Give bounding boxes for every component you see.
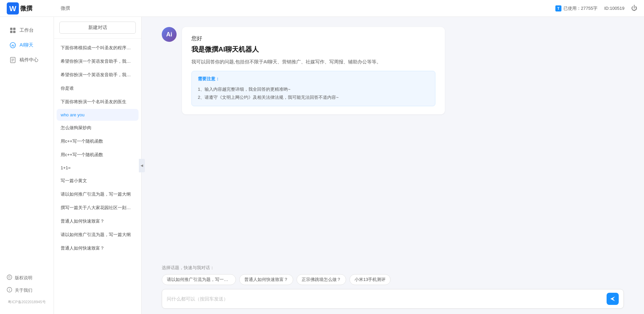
- conversation-panel: 新建对话 下面你将模拟成一个叫圣友的程序员，我说...希望你扮演一个英语发音助手…: [54, 17, 142, 314]
- main-layout: 工作台 AI AI聊天 稿件中心 © 版权说明 i: [0, 17, 644, 314]
- topbar-right: T 已使用：27755字 ID:100519 ⏻: [555, 5, 637, 12]
- svg-rect-5: [13, 31, 16, 33]
- quick-prompt-button[interactable]: 正宗佛跳墙怎么做？: [297, 274, 346, 285]
- sidebar-bottom: © 版权说明 i 关于我们 粤ICP备2022018945号: [0, 272, 54, 307]
- svg-text:©: ©: [8, 276, 11, 279]
- workbench-label: 工作台: [20, 27, 34, 33]
- id-label: ID:100519: [604, 6, 624, 11]
- conversation-list: 下面你将模拟成一个叫圣友的程序员，我说...希望你扮演一个英语发音助手，我提供给…: [54, 39, 141, 314]
- conversation-item[interactable]: who are you: [57, 109, 139, 121]
- sidebar-item-workbench[interactable]: 工作台: [3, 24, 51, 37]
- about-label: 关于我们: [15, 287, 32, 293]
- conversation-item[interactable]: 用c++写一个随机函数: [57, 135, 139, 148]
- conversation-item[interactable]: 希望你扮演一个英语发音助手，我提供给你...: [57, 68, 139, 81]
- icp-text: 粤ICP备2022018945号: [3, 297, 51, 307]
- page-title: 微撰: [61, 5, 70, 11]
- usage-label: 已使用：27755字: [563, 5, 597, 11]
- welcome-content: 您好 我是微撰AI聊天机器人 我可以回答你的问题,包括但不限于AI聊天、营销推广…: [182, 27, 445, 114]
- sidebar-item-ai-chat[interactable]: AI AI聊天: [3, 38, 51, 52]
- input-area: [162, 289, 624, 309]
- svg-text:i: i: [9, 288, 10, 292]
- chat-area: Ai 您好 我是微撰AI聊天机器人 我可以回答你的问题,包括但不限于AI聊天、营…: [142, 17, 644, 314]
- welcome-card: Ai 您好 我是微撰AI聊天机器人 我可以回答你的问题,包括但不限于AI聊天、营…: [162, 27, 624, 114]
- welcome-desc: 我可以回答你的问题,包括但不限于AI聊天、营销推广、社媒写作、写周报、辅助办公等…: [191, 58, 435, 65]
- send-icon: [610, 296, 616, 302]
- conv-panel-header: 新建对话: [54, 17, 141, 39]
- sidebar-wrapper: 新建对话 下面你将模拟成一个叫圣友的程序员，我说...希望你扮演一个英语发音助手…: [54, 17, 142, 314]
- usage-info: T 已使用：27755字: [555, 5, 597, 11]
- quick-prompt-button[interactable]: 普通人如何快速致富？: [239, 274, 293, 285]
- collapse-sidebar-button[interactable]: ◀: [139, 159, 145, 172]
- conversation-item[interactable]: 下面你将扮演一个名叫圣友的医生: [57, 95, 139, 108]
- drafts-icon: [9, 57, 16, 63]
- topbar: W 微撰 微撰 T 已使用：27755字 ID:100519 ⏻: [0, 0, 644, 17]
- notice-item-1: 1、输入内容越完整详细，我全回答的更精准哟~: [198, 85, 429, 93]
- chat-bottom: 选择话题，快速与我对话： 请以如何推广引流为题，写一篇...普通人如何快速致富？…: [142, 261, 644, 314]
- conversation-item[interactable]: 写一篇小黄文: [57, 174, 139, 187]
- drafts-label: 稿件中心: [20, 57, 38, 63]
- quick-prompts-label: 选择话题，快速与我对话：: [162, 265, 624, 271]
- svg-text:W: W: [9, 4, 17, 13]
- send-button[interactable]: [607, 293, 619, 305]
- conversation-item[interactable]: 用c++写一个随机函数: [57, 148, 139, 161]
- conversation-item[interactable]: 怎么做狗屎炒肉: [57, 121, 139, 134]
- conversation-item[interactable]: 下面你将模拟成一个叫圣友的程序员，我说...: [57, 41, 139, 54]
- sidebar-copyright[interactable]: © 版权说明: [3, 272, 51, 284]
- ai-chat-label: AI聊天: [20, 42, 33, 48]
- logo-text: 微撰: [20, 4, 32, 12]
- chat-messages: Ai 您好 我是微撰AI聊天机器人 我可以回答你的问题,包括但不限于AI聊天、营…: [142, 17, 644, 261]
- quick-prompts: 请以如何推广引流为题，写一篇...普通人如何快速致富？正宗佛跳墙怎么做？小米13…: [162, 274, 624, 285]
- quick-prompt-button[interactable]: 小米13手机测评: [349, 274, 391, 285]
- conversation-item[interactable]: 请以如何推广引流为题，写一篇大纲: [57, 228, 139, 241]
- new-conversation-button[interactable]: 新建对话: [59, 22, 136, 34]
- svg-text:AI: AI: [11, 44, 14, 47]
- usage-icon: T: [555, 5, 561, 11]
- collapse-icon: ◀: [141, 164, 143, 167]
- sidebar-about[interactable]: i 关于我们: [3, 284, 51, 296]
- svg-rect-3: [13, 28, 16, 30]
- notice-box: 需要注意： 1、输入内容越完整详细，我全回答的更精准哟~ 2、请遵守《文明上网公…: [191, 71, 435, 106]
- copyright-label: 版权说明: [15, 275, 32, 281]
- left-sidebar: 工作台 AI AI聊天 稿件中心 © 版权说明 i: [0, 17, 54, 314]
- conversation-item[interactable]: 你是谁: [57, 82, 139, 95]
- logout-button[interactable]: ⏻: [631, 5, 637, 12]
- copyright-icon: ©: [7, 275, 12, 281]
- svg-rect-2: [10, 28, 12, 30]
- welcome-title: 我是微撰AI聊天机器人: [191, 45, 435, 54]
- logo: W 微撰: [7, 2, 32, 15]
- logo-icon: W: [7, 2, 19, 15]
- conversation-item[interactable]: 希望你扮演一个英语发音助手，我提供给你...: [57, 55, 139, 68]
- sidebar-item-drafts[interactable]: 稿件中心: [3, 53, 51, 67]
- welcome-greeting: 您好: [191, 35, 435, 42]
- notice-title: 需要注意：: [198, 76, 429, 82]
- workbench-icon: [9, 27, 16, 34]
- ai-avatar: Ai: [162, 27, 177, 42]
- about-icon: i: [7, 287, 12, 293]
- chat-input[interactable]: [167, 295, 603, 303]
- notice-item-2: 2、请遵守《文明上网公约》及相关法律法规，我可能无法回答不道内容~: [198, 93, 429, 101]
- conversation-item[interactable]: 普通人如何快速致富？: [57, 242, 139, 255]
- ai-chat-icon: AI: [9, 42, 16, 49]
- conversation-item[interactable]: 请以如何推广引流为题，写一篇大纲: [57, 188, 139, 201]
- conversation-item[interactable]: 普通人如何快速致富？: [57, 215, 139, 228]
- svg-rect-4: [10, 31, 12, 33]
- quick-prompt-button[interactable]: 请以如何推广引流为题，写一篇...: [162, 274, 236, 285]
- conversation-item[interactable]: 撰写一篇关于八大家花园社区一刻钟便民生...: [57, 201, 139, 214]
- conversation-item[interactable]: 1+1=: [57, 162, 139, 174]
